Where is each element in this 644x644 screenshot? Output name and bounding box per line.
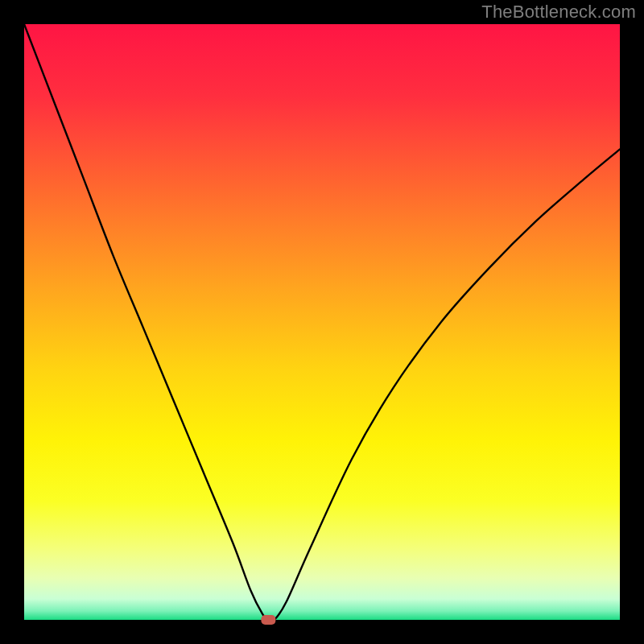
bottleneck-chart bbox=[0, 0, 644, 644]
optimal-marker bbox=[261, 615, 275, 625]
plot-background bbox=[24, 24, 620, 620]
chart-frame: TheBottleneck.com bbox=[0, 0, 644, 644]
watermark-text: TheBottleneck.com bbox=[481, 2, 636, 23]
